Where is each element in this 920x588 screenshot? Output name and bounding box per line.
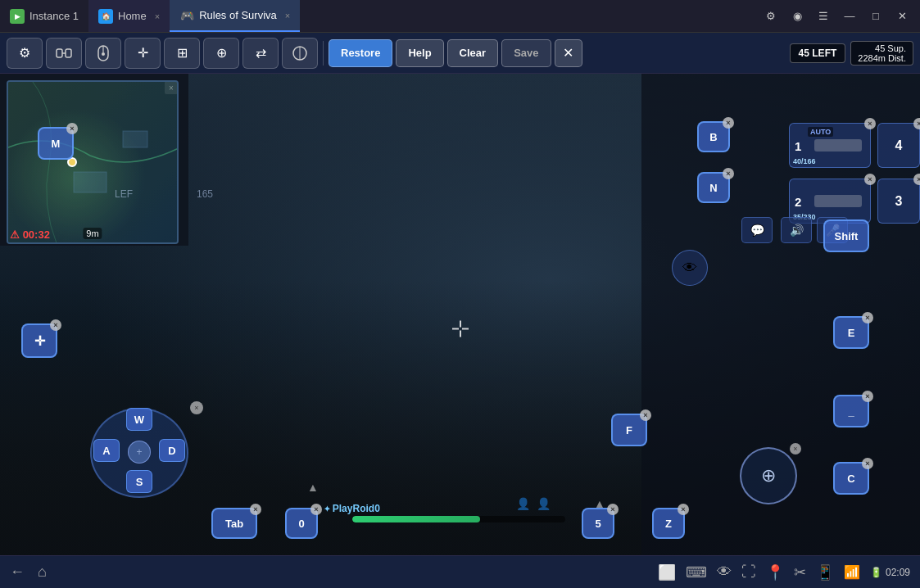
key-c[interactable]: × C: [833, 462, 869, 495]
fullscreen-btn[interactable]: ⛶: [741, 563, 756, 581]
key-b-close[interactable]: ×: [723, 117, 734, 129]
key-tab-close[interactable]: ×: [250, 504, 261, 515]
svg-rect-1: [66, 49, 71, 57]
minimap-inner: 9m: [8, 82, 177, 242]
game-area: × 9m ⚠ 00:32 × M LEF 165 × ✛ ×: [0, 74, 920, 588]
key-f[interactable]: × F: [611, 414, 647, 446]
slot4-close[interactable]: ×: [913, 118, 920, 129]
minimap-timer: ⚠ 00:32: [10, 228, 50, 241]
home-tab-close[interactable]: ×: [155, 11, 160, 21]
minimize-btn[interactable]: —: [838, 5, 861, 28]
game-tab-close[interactable]: ×: [285, 11, 290, 20]
window-controls: ⚙ ◉ ☰ — □ ✕: [759, 5, 920, 28]
instance-icon: ▶: [10, 9, 25, 24]
key-m-close[interactable]: ×: [66, 123, 78, 134]
visibility-btn[interactable]: 👁: [717, 563, 732, 581]
toolbar-aim-btn[interactable]: ⊕: [203, 38, 239, 69]
aim-circle[interactable]: × ⊕: [740, 447, 797, 504]
tab-instance1[interactable]: ▶ Instance 1: [0, 0, 88, 32]
screenshot-btn[interactable]: ⬜: [658, 563, 676, 581]
key-move-close[interactable]: ×: [50, 319, 61, 331]
hud-move-label: LEF: [115, 188, 133, 200]
toolbar-link-btn[interactable]: [46, 38, 82, 69]
game-label: Rules of Surviva: [199, 9, 277, 21]
key-e[interactable]: × E: [833, 316, 869, 349]
key-d[interactable]: D: [159, 439, 185, 462]
slot2-close[interactable]: ×: [864, 174, 876, 185]
wasd-close[interactable]: ×: [190, 401, 203, 414]
arrow-up[interactable]: ▲: [307, 481, 319, 494]
key-a[interactable]: A: [93, 439, 120, 462]
look-button[interactable]: 👁: [672, 250, 708, 286]
key-shift[interactable]: Shift: [823, 219, 869, 252]
aim-icon: ⊕: [761, 465, 776, 486]
key-0[interactable]: × 0: [285, 508, 318, 539]
toolbar-divider: [323, 41, 324, 66]
keyboard-btn[interactable]: ⌨: [686, 563, 707, 581]
help-button[interactable]: Help: [396, 39, 443, 67]
chat-button[interactable]: 💬: [741, 217, 773, 243]
svg-point-5: [102, 52, 105, 56]
key-move-crosshair[interactable]: × ✛: [21, 323, 57, 358]
clear-button[interactable]: Clear: [447, 39, 499, 67]
key-c-close[interactable]: ×: [862, 458, 873, 469]
key-0-close[interactable]: ×: [310, 504, 322, 515]
game-icon: 🎮: [179, 8, 194, 23]
minimap: × 9m ⚠ 00:32: [7, 80, 179, 244]
key-z[interactable]: × Z: [652, 508, 685, 539]
weapon2-image: [814, 195, 863, 208]
aim-circle-close[interactable]: ×: [790, 443, 801, 455]
slot1-close[interactable]: ×: [864, 118, 876, 129]
tab-game[interactable]: 🎮 Rules of Surviva ×: [170, 0, 300, 32]
key-underscore[interactable]: × _: [833, 395, 869, 427]
svg-rect-12: [74, 172, 107, 192]
key-f-close[interactable]: ×: [640, 409, 651, 421]
key-n-close[interactable]: ×: [723, 168, 734, 179]
scissors-btn[interactable]: ✂: [794, 563, 806, 581]
key-s[interactable]: S: [126, 470, 152, 493]
instance-label: Instance 1: [29, 10, 79, 22]
sound-button[interactable]: 🔊: [781, 217, 812, 243]
toolbar-swap-btn[interactable]: ⇄: [242, 38, 279, 69]
weapon-slot-4[interactable]: × 4: [877, 123, 920, 168]
svg-rect-13: [123, 131, 147, 147]
home-icon: 🏠: [98, 9, 113, 24]
team-icons: 👤 👤: [516, 497, 551, 510]
settings-btn[interactable]: ⚙: [759, 5, 782, 28]
slot3-close[interactable]: ×: [913, 174, 920, 185]
health-bar-fill: [352, 516, 480, 522]
key-b[interactable]: × B: [697, 121, 730, 152]
key-5[interactable]: × 5: [582, 508, 614, 539]
key-e-close[interactable]: ×: [862, 312, 873, 323]
key-underscore-close[interactable]: ×: [862, 391, 873, 402]
key-tab[interactable]: × Tab: [211, 508, 257, 539]
home-bottom-btn[interactable]: ⌂: [38, 563, 47, 581]
weapon-slot-3[interactable]: × 3: [877, 179, 920, 224]
toolbar-close-button[interactable]: ✕: [555, 39, 582, 67]
mobile-btn[interactable]: 📱: [816, 563, 834, 581]
menu-btn[interactable]: ☰: [812, 5, 835, 28]
key-5-close[interactable]: ×: [607, 504, 619, 515]
back-btn[interactable]: ←: [10, 563, 25, 581]
toolbar-settings-btn[interactable]: ⚙: [7, 38, 43, 69]
tab-home[interactable]: 🏠 Home ×: [88, 0, 170, 32]
account-btn[interactable]: ◉: [786, 5, 809, 28]
bottombar: ← ⌂ ⬜ ⌨ 👁 ⛶ 📍 ✂ 📱 📶 🔋 02:09: [0, 555, 920, 588]
key-w[interactable]: W: [126, 408, 152, 431]
location-btn[interactable]: 📍: [766, 563, 784, 581]
key-z-close[interactable]: ×: [678, 504, 689, 515]
toolbar-dpad-btn[interactable]: ✛: [125, 38, 161, 69]
save-button[interactable]: Save: [501, 39, 551, 67]
key-m[interactable]: × M: [38, 127, 74, 160]
arrow-up-2[interactable]: ▲: [594, 497, 605, 510]
toolbar-mouse-btn[interactable]: [85, 38, 121, 69]
toolbar-arrows-btn[interactable]: ⊞: [164, 38, 200, 69]
toolbar-circle-btn[interactable]: [282, 38, 318, 69]
health-bar: [352, 516, 565, 522]
hud-right-label: 165: [197, 188, 213, 200]
maximize-btn[interactable]: □: [864, 5, 887, 28]
key-n[interactable]: × N: [697, 172, 730, 203]
close-btn[interactable]: ✕: [891, 5, 913, 28]
restore-button[interactable]: Restore: [329, 39, 392, 67]
weapon-slot-1[interactable]: × 1 40/166 AUTO: [789, 123, 871, 168]
